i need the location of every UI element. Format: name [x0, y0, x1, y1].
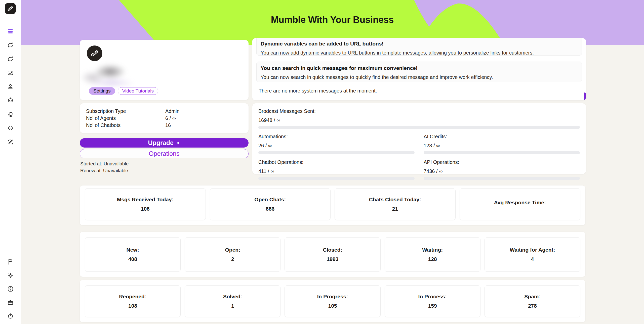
metric-value: 26 / ∞ — [258, 143, 415, 149]
open-chats-icon[interactable] — [7, 42, 14, 49]
stat-label: Avg Response Time: — [494, 200, 546, 206]
stat-card-closed: Closed: 1993 — [285, 237, 380, 272]
subscription-card: Subscription Type Admin No' of Agents 6 … — [80, 103, 249, 133]
stat-card-new: New: 408 — [85, 237, 181, 272]
stat-value: 105 — [328, 303, 337, 309]
stat-label: New: — [127, 247, 139, 253]
stat-card-open-chats: Open Chats: 886 — [210, 188, 331, 220]
subscription-row-label: Subscription Type — [86, 108, 165, 114]
metric-progressbar — [424, 151, 580, 154]
message-body: You can now search in quick messages to … — [261, 74, 578, 80]
briefcase-icon[interactable] — [7, 299, 14, 306]
stat-label: Waiting for Agent: — [510, 247, 555, 253]
stat-card-open: Open: 2 — [185, 237, 280, 272]
renew-at-text: Renew at: Unavailable — [80, 168, 128, 173]
profile-card: Settings Video Tutorials — [80, 40, 249, 100]
code-icon[interactable] — [7, 125, 14, 131]
stat-card-spam: Spam: 278 — [485, 285, 580, 317]
stat-value: 21 — [392, 206, 398, 212]
operations-button[interactable]: Operations — [80, 149, 249, 158]
stat-value: 128 — [428, 256, 437, 262]
stat-label: Msgs Received Today: — [117, 197, 174, 203]
metric-label: Chatbot Operations: — [258, 159, 415, 165]
sparkles-icon: ✦ — [176, 140, 180, 146]
person-icon[interactable] — [7, 83, 14, 90]
page-title: Mumble With Your Business — [21, 15, 644, 25]
video-tutorials-button[interactable]: Video Tutorials — [118, 87, 158, 95]
stat-card-waiting: Waiting: 128 — [385, 237, 480, 272]
new-chat-icon[interactable] — [7, 56, 14, 62]
metric-progressbar — [424, 177, 580, 180]
stat-label: Open Chats: — [254, 197, 286, 203]
contact-card-icon[interactable] — [7, 69, 14, 76]
usage-metric: Chatbot Operations: 411 / ∞ — [258, 159, 415, 180]
stat-value: 1993 — [327, 256, 339, 262]
settings-button[interactable]: Settings — [89, 87, 115, 95]
operations-button-label: Operations — [149, 150, 179, 157]
metric-progressbar — [258, 151, 415, 154]
gear-icon[interactable] — [7, 272, 14, 279]
usage-metric: Automations: 26 / ∞ — [258, 134, 415, 154]
stat-value: 886 — [266, 206, 274, 212]
system-messages-panel: Dynamic variables can be added to URL bu… — [252, 38, 586, 100]
stat-label: In Process: — [418, 294, 447, 300]
sidebar-nav-top — [7, 28, 14, 145]
system-message-item: Dynamic variables can be added to URL bu… — [256, 38, 582, 56]
sidebar — [0, 0, 21, 324]
stat-label: Chats Closed Today: — [369, 197, 421, 203]
stat-card-solved: Solved: 1 — [185, 285, 280, 317]
stat-label: Open: — [225, 247, 240, 253]
message-title: Dynamic variables can be added to URL bu… — [261, 41, 578, 47]
stat-card-waiting-for-agent: Waiting for Agent: 4 — [485, 237, 580, 272]
stat-label: In Progress: — [317, 294, 348, 300]
blurred-business-name — [81, 62, 134, 86]
magic-wand-icon[interactable] — [7, 138, 14, 145]
chatbot-icon[interactable] — [7, 97, 14, 104]
usage-card: Brodcast Messages Sent: 16948 / ∞ Automa… — [252, 103, 586, 174]
business-avatar — [87, 45, 102, 61]
stat-value: 4 — [531, 256, 534, 262]
subscription-row-value: 16 — [165, 122, 171, 128]
stat-card-in-process: In Process: 159 — [385, 285, 480, 317]
flag-icon[interactable] — [7, 258, 14, 265]
subscription-row-label: No' of Agents — [86, 115, 165, 121]
mumble-logo-icon — [90, 48, 100, 58]
stat-label: Solved: — [223, 294, 242, 300]
started-at-text: Started at: Unavailable — [80, 161, 129, 167]
usage-metric: AI Credits: 123 / ∞ — [424, 134, 580, 154]
app-logo[interactable] — [5, 3, 16, 14]
stat-label: Reopened: — [119, 294, 146, 300]
stat-label: Closed: — [323, 247, 342, 253]
message-title: You can search in quick messages for max… — [261, 65, 578, 71]
help-icon[interactable] — [7, 286, 14, 292]
menu-icon[interactable] — [7, 28, 14, 35]
upgrade-button[interactable]: Upgrade ✦ — [80, 138, 249, 148]
no-more-messages-text: There are no more system messages at the… — [259, 88, 586, 94]
stats-row-today: Msgs Received Today: 108 Open Chats: 886… — [80, 186, 585, 225]
mumble-logo-icon — [7, 5, 14, 12]
broadcast-label: Brodcast Messages Sent: — [258, 108, 580, 114]
broadcast-value: 16948 / ∞ — [258, 117, 580, 123]
subscription-row: Subscription Type Admin — [86, 108, 242, 115]
stat-card-chats-closed: Chats Closed Today: 21 — [335, 188, 456, 220]
stat-value: 2 — [231, 256, 234, 262]
metric-label: AI Credits: — [424, 134, 580, 140]
headset-icon[interactable] — [7, 111, 14, 118]
subscription-row: No' of Agents 6 / ∞ — [86, 115, 242, 122]
scrollbar-thumb[interactable] — [584, 92, 586, 100]
subscription-row-value: Admin — [165, 108, 180, 114]
stat-value: 108 — [128, 303, 137, 309]
subscription-row-value: 6 / ∞ — [165, 115, 176, 121]
stat-card-msgs-received: Msgs Received Today: 108 — [85, 188, 206, 220]
metric-progressbar — [258, 177, 415, 180]
subscription-row: No' of Chatbots 16 — [86, 122, 242, 129]
stat-value: 408 — [128, 256, 137, 262]
stat-card-in-progress: In Progress: 105 — [285, 285, 380, 317]
stats-row-workflow: Reopened: 108 Solved: 1 In Progress: 105… — [80, 280, 585, 322]
metric-label: API Operations: — [424, 159, 580, 165]
metric-value: 411 / ∞ — [258, 168, 415, 174]
stat-label: Waiting: — [422, 247, 443, 253]
stat-card-avg-response: Avg Response Time: — [460, 188, 581, 220]
power-icon[interactable] — [7, 313, 14, 319]
metric-value: 123 / ∞ — [424, 143, 580, 149]
